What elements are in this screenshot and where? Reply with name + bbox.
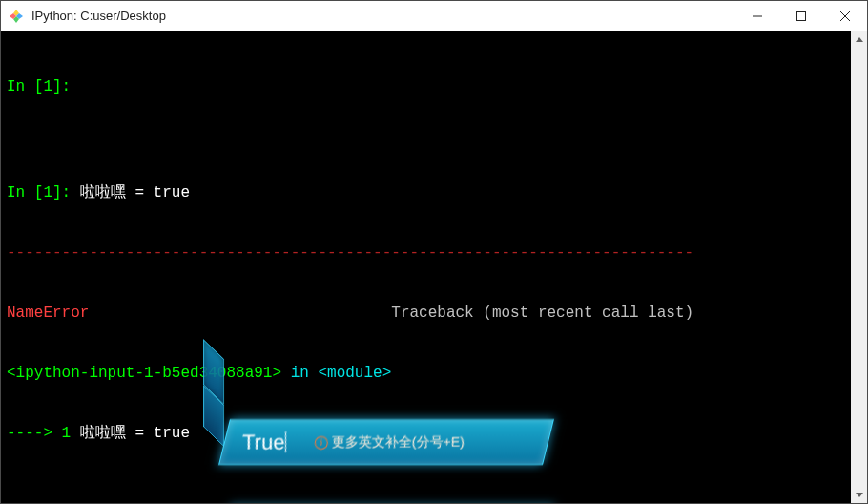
scroll-down-icon[interactable] xyxy=(851,487,867,503)
info-icon: i xyxy=(315,435,328,449)
minimize-button[interactable] xyxy=(735,1,779,32)
prompt-in-1-empty: In [1]: xyxy=(7,78,71,95)
error-separator: ----------------------------------------… xyxy=(7,244,693,262)
maximize-button[interactable] xyxy=(779,1,823,32)
scroll-track[interactable] xyxy=(851,48,867,487)
error-arrow: ----> 1 xyxy=(7,425,71,442)
svg-marker-9 xyxy=(856,493,863,497)
vertical-scrollbar[interactable] xyxy=(851,32,867,503)
error-class: NameError xyxy=(7,304,89,322)
window-frame: IPython: C:user/Desktop In [1]: In [1]: … xyxy=(0,0,868,504)
scroll-up-icon[interactable] xyxy=(851,32,867,48)
ime-hint-text: 更多英文补全(分号+E) xyxy=(332,432,465,452)
ime-panel[interactable]: True i 更多英文补全(分号+E) 1.True 2.T 3.Tr xyxy=(203,299,575,503)
ime-composition-text: True xyxy=(242,431,286,452)
input-1-code: 啦啦嘿 = true xyxy=(80,184,190,201)
app-logo xyxy=(9,9,24,24)
ime-hint[interactable]: i 更多英文补全(分号+E) xyxy=(315,432,465,452)
svg-marker-8 xyxy=(856,37,863,42)
terminal-area[interactable]: In [1]: In [1]: 啦啦嘿 = true -------------… xyxy=(1,32,867,503)
ime-composition-row: True i 更多英文补全(分号+E) xyxy=(218,419,554,465)
window-title: IPython: C:user/Desktop xyxy=(31,9,166,23)
error-arrow-code: 啦啦嘿 = true xyxy=(71,425,190,442)
ime-caret xyxy=(285,431,286,452)
prompt-in-1: In [1]: xyxy=(7,184,80,201)
close-button[interactable] xyxy=(823,1,867,32)
svg-rect-5 xyxy=(797,11,806,20)
titlebar[interactable]: IPython: C:user/Desktop xyxy=(1,1,867,32)
